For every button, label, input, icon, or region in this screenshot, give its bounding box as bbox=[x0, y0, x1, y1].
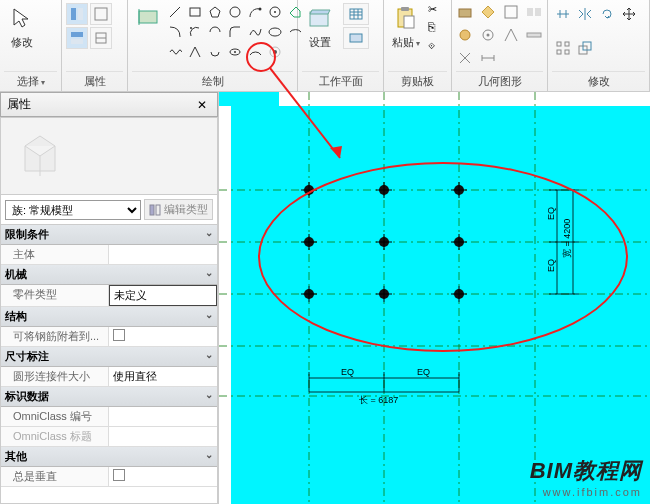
chevron-icon[interactable]: ⌄ bbox=[205, 309, 213, 324]
section-other[interactable]: 其他⌄ bbox=[1, 447, 217, 467]
svg-text:EQ: EQ bbox=[546, 207, 556, 220]
properties-panel: 属性 ✕ 族: 常规模型 编辑类型 限制条件⌄ 主体 机械⌄ 零件类型未定义 结… bbox=[0, 92, 218, 504]
mirror-tool[interactable] bbox=[576, 5, 594, 23]
svg-point-20 bbox=[273, 50, 277, 54]
svg-rect-39 bbox=[527, 33, 541, 37]
paste-button[interactable]: 粘贴 bbox=[388, 3, 424, 52]
set-plane-button[interactable]: 设置 bbox=[302, 3, 338, 52]
spring-tool[interactable] bbox=[166, 43, 184, 61]
svg-rect-7 bbox=[139, 11, 157, 23]
svg-rect-23 bbox=[350, 9, 362, 19]
wall-join-tool[interactable] bbox=[525, 3, 543, 21]
svg-text:EQ: EQ bbox=[341, 367, 354, 377]
measure-tool[interactable] bbox=[479, 49, 497, 67]
always-vert-value[interactable] bbox=[109, 467, 217, 486]
circle-center-tool[interactable] bbox=[266, 3, 284, 21]
svg-rect-0 bbox=[71, 8, 76, 20]
line-tool[interactable] bbox=[166, 3, 184, 21]
match-icon[interactable]: ⟐ bbox=[428, 38, 437, 52]
chevron-icon[interactable]: ⌄ bbox=[205, 267, 213, 282]
main-area: 属性 ✕ 族: 常规模型 编辑类型 限制条件⌄ 主体 机械⌄ 零件类型未定义 结… bbox=[0, 92, 650, 504]
point-tool[interactable] bbox=[266, 43, 284, 61]
svg-point-15 bbox=[274, 11, 276, 13]
rect-tool[interactable] bbox=[186, 3, 204, 21]
svg-rect-34 bbox=[527, 8, 533, 16]
paint-tool[interactable] bbox=[479, 26, 497, 44]
round-conn-value[interactable]: 使用直径 bbox=[109, 367, 217, 386]
omni-num-value[interactable] bbox=[109, 407, 217, 426]
cut-icon[interactable]: ✂ bbox=[428, 3, 437, 16]
cut-geom-tool[interactable] bbox=[479, 3, 497, 21]
section-struct[interactable]: 结构⌄ bbox=[1, 307, 217, 327]
modify-label: 修改 bbox=[11, 35, 33, 50]
watermark-url: www.ifbim.com bbox=[530, 486, 642, 498]
host-value[interactable] bbox=[109, 245, 217, 264]
drawing-canvas[interactable]: EQ EQ 长 = 6187 EQ EQ 宽 = 4200 bbox=[218, 92, 650, 504]
select-group-label[interactable]: 选择 bbox=[4, 71, 57, 91]
rebar-checkbox[interactable] bbox=[113, 329, 125, 341]
ref-plane-btn[interactable] bbox=[343, 27, 369, 49]
scale-tool[interactable] bbox=[576, 39, 594, 57]
svg-rect-44 bbox=[565, 42, 569, 46]
arc-tangent-tool[interactable] bbox=[206, 23, 224, 41]
copy-icon[interactable]: ⎘ bbox=[428, 20, 437, 34]
section-constraints[interactable]: 限制条件⌄ bbox=[1, 225, 217, 245]
modify-tool-button[interactable]: 修改 bbox=[4, 3, 40, 52]
prop-btn-3[interactable] bbox=[66, 27, 88, 49]
rotate-tool[interactable] bbox=[598, 5, 616, 23]
family-selector[interactable]: 族: 常规模型 bbox=[5, 200, 141, 220]
chevron-icon[interactable]: ⌄ bbox=[205, 389, 213, 404]
prop-btn-1[interactable] bbox=[66, 3, 88, 25]
always-vert-checkbox[interactable] bbox=[113, 469, 125, 481]
spline-tool[interactable] bbox=[246, 23, 264, 41]
split-face-tool[interactable] bbox=[456, 26, 474, 44]
rebar-value[interactable] bbox=[109, 327, 217, 346]
ribbon: 修改 选择 属性 bbox=[0, 0, 650, 92]
section-dim[interactable]: 尺寸标注⌄ bbox=[1, 347, 217, 367]
ribbon-group-clipboard: 粘贴 ✂ ⎘ ⟐ 剪贴板 bbox=[384, 0, 452, 91]
svg-point-17 bbox=[269, 28, 281, 36]
arc-center-tool[interactable] bbox=[186, 23, 204, 41]
section-id[interactable]: 标识数据⌄ bbox=[1, 387, 217, 407]
grid-svg: EQ EQ 长 = 6187 EQ EQ 宽 = 4200 bbox=[219, 92, 650, 504]
move-tool[interactable] bbox=[620, 5, 638, 23]
close-icon[interactable]: ✕ bbox=[193, 98, 211, 112]
center-ellipse-tool[interactable] bbox=[226, 43, 244, 61]
arc-start-tool[interactable] bbox=[166, 23, 184, 41]
edit-type-button[interactable]: 编辑类型 bbox=[144, 199, 213, 220]
ribbon-group-workplane: 设置 工作平面 bbox=[298, 0, 384, 91]
circle-tool[interactable] bbox=[226, 3, 244, 21]
polygon-tool[interactable] bbox=[206, 3, 224, 21]
ribbon-group-modify2: 修改 bbox=[548, 0, 650, 91]
svg-rect-43 bbox=[557, 42, 561, 46]
partial-arc-tool[interactable] bbox=[206, 43, 224, 61]
section-mech[interactable]: 机械⌄ bbox=[1, 265, 217, 285]
half-ellipse-tool[interactable] bbox=[246, 43, 264, 61]
show-plane-btn[interactable] bbox=[343, 3, 369, 25]
omni-title-value[interactable] bbox=[109, 427, 217, 446]
chevron-icon[interactable]: ⌄ bbox=[205, 349, 213, 364]
svg-rect-2 bbox=[95, 8, 107, 20]
ellipse-tool[interactable] bbox=[266, 23, 284, 41]
chevron-icon[interactable]: ⌄ bbox=[205, 449, 213, 464]
align-tool[interactable] bbox=[554, 5, 572, 23]
fillet-tool[interactable] bbox=[226, 23, 244, 41]
ribbon-group-draw: 绘制 bbox=[128, 0, 298, 91]
join-tool[interactable] bbox=[502, 3, 520, 21]
array-tool[interactable] bbox=[554, 39, 572, 57]
beam-join-tool[interactable] bbox=[525, 26, 543, 44]
round-conn-label: 圆形连接件大小 bbox=[1, 367, 109, 386]
demolish-tool[interactable] bbox=[502, 26, 520, 44]
angle-tool[interactable] bbox=[186, 43, 204, 61]
prop-btn-2[interactable] bbox=[90, 3, 112, 25]
prop-btn-4[interactable] bbox=[90, 27, 112, 49]
split-tool[interactable] bbox=[456, 49, 474, 67]
cope-tool[interactable] bbox=[456, 3, 474, 21]
svg-rect-30 bbox=[401, 7, 409, 11]
svg-rect-10 bbox=[190, 8, 200, 16]
reference-plane-button[interactable] bbox=[132, 3, 164, 31]
arc3p-tool[interactable] bbox=[246, 3, 264, 21]
chevron-icon[interactable]: ⌄ bbox=[205, 227, 213, 242]
part-type-value[interactable]: 未定义 bbox=[109, 285, 217, 306]
geom-group-label: 几何图形 bbox=[456, 71, 543, 91]
